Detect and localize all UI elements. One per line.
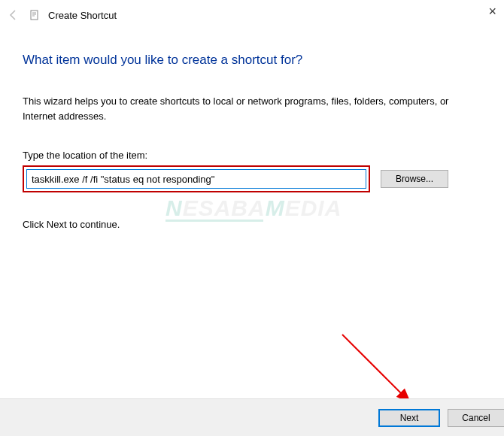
continue-instruction: Click Next to continue. <box>23 219 481 230</box>
wizard-description: This wizard helps you to create shortcut… <box>23 94 481 123</box>
close-icon[interactable]: × <box>488 4 496 20</box>
wizard-footer: Next Cancel <box>0 398 504 436</box>
svg-line-2 <box>342 335 410 402</box>
titlebar: Create Shortcut <box>0 0 504 30</box>
next-button[interactable]: Next <box>378 409 440 427</box>
window-title: Create Shortcut <box>48 10 117 21</box>
location-label: Type the location of the item: <box>23 150 481 161</box>
wizard-content: What item would you like to create a sho… <box>0 30 504 230</box>
page-heading: What item would you like to create a sho… <box>23 53 481 68</box>
browse-button[interactable]: Browse... <box>381 170 448 188</box>
shortcut-icon <box>29 9 41 21</box>
highlight-annotation <box>23 165 370 192</box>
svg-rect-0 <box>31 11 38 20</box>
cancel-button[interactable]: Cancel <box>448 409 504 427</box>
input-row: Browse... <box>23 165 481 192</box>
back-arrow-icon[interactable] <box>6 8 21 23</box>
location-input[interactable] <box>26 169 366 189</box>
